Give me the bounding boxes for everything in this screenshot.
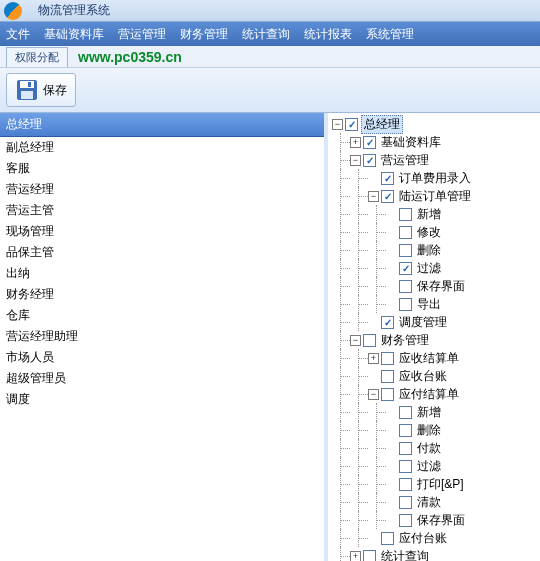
tree-row[interactable]: −营运管理 <box>332 151 538 169</box>
tree-row[interactable]: 付款 <box>332 439 538 457</box>
tree-row[interactable]: 新增 <box>332 205 538 223</box>
tree-row[interactable]: +统计查询 <box>332 547 538 561</box>
role-item[interactable]: 副总经理 <box>0 137 324 158</box>
checkbox[interactable] <box>399 262 412 275</box>
checkbox[interactable] <box>381 316 394 329</box>
tree-row[interactable]: 调度管理 <box>332 313 538 331</box>
tree-label[interactable]: 付款 <box>415 440 443 457</box>
checkbox[interactable] <box>381 532 394 545</box>
checkbox[interactable] <box>381 172 394 185</box>
tree-row[interactable]: 保存界面 <box>332 277 538 295</box>
role-item[interactable]: 营运主管 <box>0 200 324 221</box>
tree-label[interactable]: 陆运订单管理 <box>397 188 473 205</box>
role-item[interactable]: 出纳 <box>0 263 324 284</box>
checkbox[interactable] <box>399 226 412 239</box>
menu-item-4[interactable]: 统计查询 <box>242 26 290 43</box>
tree-row[interactable]: 新增 <box>332 403 538 421</box>
tree-row[interactable]: 删除 <box>332 241 538 259</box>
checkbox[interactable] <box>399 442 412 455</box>
checkbox[interactable] <box>363 550 376 562</box>
tree-label[interactable]: 清款 <box>415 494 443 511</box>
checkbox[interactable] <box>381 388 394 401</box>
role-item[interactable]: 调度 <box>0 389 324 410</box>
tree-row[interactable]: 过滤 <box>332 259 538 277</box>
tree-row[interactable]: 应付台账 <box>332 529 538 547</box>
checkbox[interactable] <box>399 406 412 419</box>
tree-label[interactable]: 订单费用录入 <box>397 170 473 187</box>
tree-row[interactable]: 导出 <box>332 295 538 313</box>
menu-item-1[interactable]: 基础资料库 <box>44 26 104 43</box>
collapse-icon[interactable]: − <box>350 155 361 166</box>
role-item[interactable]: 客服 <box>0 158 324 179</box>
tree-row[interactable]: 过滤 <box>332 457 538 475</box>
checkbox[interactable] <box>363 136 376 149</box>
collapse-icon[interactable]: − <box>332 119 343 130</box>
tab-permissions[interactable]: 权限分配 <box>6 47 68 67</box>
checkbox[interactable] <box>399 280 412 293</box>
checkbox[interactable] <box>399 460 412 473</box>
tree-label[interactable]: 统计查询 <box>379 548 431 562</box>
menu-item-2[interactable]: 营运管理 <box>118 26 166 43</box>
role-item[interactable]: 现场管理 <box>0 221 324 242</box>
collapse-icon[interactable]: − <box>368 191 379 202</box>
tree-label[interactable]: 保存界面 <box>415 512 467 529</box>
tree-label[interactable]: 新增 <box>415 206 443 223</box>
tree-label[interactable]: 导出 <box>415 296 443 313</box>
role-item[interactable]: 品保主管 <box>0 242 324 263</box>
tree-label[interactable]: 保存界面 <box>415 278 467 295</box>
checkbox[interactable] <box>363 154 376 167</box>
role-item[interactable]: 营运经理助理 <box>0 326 324 347</box>
menu-item-6[interactable]: 系统管理 <box>366 26 414 43</box>
role-list-header[interactable]: 总经理 <box>0 113 324 137</box>
tree-label[interactable]: 新增 <box>415 404 443 421</box>
tree-label[interactable]: 打印[&P] <box>415 476 466 493</box>
tree-row[interactable]: −总经理 <box>332 115 538 133</box>
tree-label[interactable]: 删除 <box>415 242 443 259</box>
checkbox[interactable] <box>363 334 376 347</box>
tree-label[interactable]: 应收结算单 <box>397 350 461 367</box>
menu-item-3[interactable]: 财务管理 <box>180 26 228 43</box>
tree-row[interactable]: −应付结算单 <box>332 385 538 403</box>
tree-label[interactable]: 应付结算单 <box>397 386 461 403</box>
tree-label[interactable]: 过滤 <box>415 260 443 277</box>
tree-label[interactable]: 调度管理 <box>397 314 449 331</box>
role-item[interactable]: 市场人员 <box>0 347 324 368</box>
menu-item-5[interactable]: 统计报表 <box>304 26 352 43</box>
tree-row[interactable]: +应收结算单 <box>332 349 538 367</box>
tree-label[interactable]: 过滤 <box>415 458 443 475</box>
menu-item-0[interactable]: 文件 <box>6 26 30 43</box>
expand-icon[interactable]: + <box>368 353 379 364</box>
checkbox[interactable] <box>399 244 412 257</box>
expand-icon[interactable]: + <box>350 137 361 148</box>
tree-row[interactable]: 修改 <box>332 223 538 241</box>
tree-row[interactable]: −陆运订单管理 <box>332 187 538 205</box>
tree-label[interactable]: 应收台账 <box>397 368 449 385</box>
role-item[interactable]: 财务经理 <box>0 284 324 305</box>
tree-row[interactable]: +基础资料库 <box>332 133 538 151</box>
tree-label[interactable]: 修改 <box>415 224 443 241</box>
tree-row[interactable]: 应收台账 <box>332 367 538 385</box>
checkbox[interactable] <box>381 352 394 365</box>
role-item[interactable]: 超级管理员 <box>0 368 324 389</box>
collapse-icon[interactable]: − <box>368 389 379 400</box>
tree-label[interactable]: 财务管理 <box>379 332 431 349</box>
tree-row[interactable]: 删除 <box>332 421 538 439</box>
checkbox[interactable] <box>399 424 412 437</box>
save-button[interactable]: 保存 <box>6 73 76 107</box>
tree-row[interactable]: 打印[&P] <box>332 475 538 493</box>
expand-icon[interactable]: + <box>350 551 361 562</box>
checkbox[interactable] <box>345 118 358 131</box>
checkbox[interactable] <box>399 208 412 221</box>
tree-label[interactable]: 应付台账 <box>397 530 449 547</box>
role-item[interactable]: 营运经理 <box>0 179 324 200</box>
checkbox[interactable] <box>399 298 412 311</box>
tree-row[interactable]: 清款 <box>332 493 538 511</box>
tree-label[interactable]: 总经理 <box>361 115 403 134</box>
tree-label[interactable]: 基础资料库 <box>379 134 443 151</box>
checkbox[interactable] <box>381 370 394 383</box>
tree-label[interactable]: 删除 <box>415 422 443 439</box>
tree-label[interactable]: 营运管理 <box>379 152 431 169</box>
checkbox[interactable] <box>381 190 394 203</box>
tree-row[interactable]: 保存界面 <box>332 511 538 529</box>
collapse-icon[interactable]: − <box>350 335 361 346</box>
